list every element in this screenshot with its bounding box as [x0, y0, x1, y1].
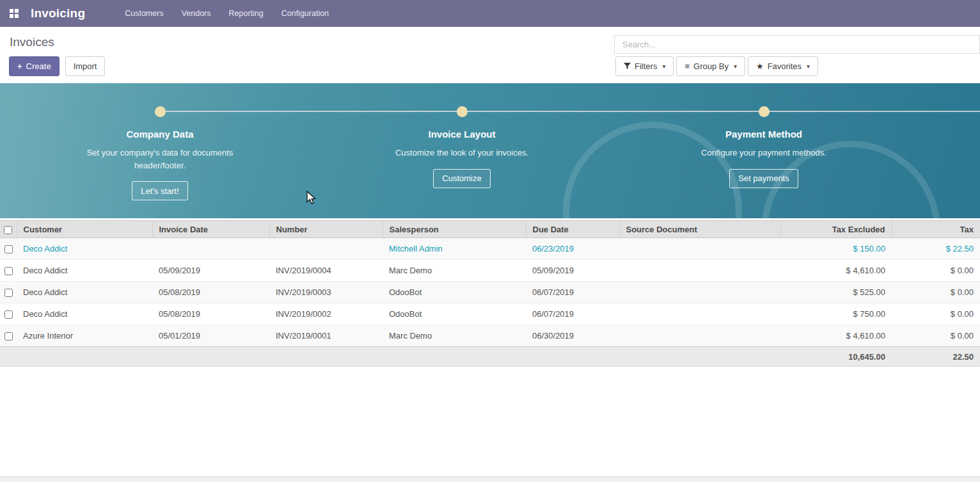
- cell-number[interactable]: INV/2019/0004: [269, 260, 383, 282]
- table-row[interactable]: Deco Addict 05/09/2019 INV/2019/0004 Mar…: [0, 260, 980, 282]
- cell-tax-excluded[interactable]: $ 4,610.00: [780, 325, 892, 347]
- step-dot: [759, 106, 770, 117]
- row-checkbox[interactable]: [4, 310, 13, 319]
- row-checkbox[interactable]: [4, 332, 13, 341]
- cell-number[interactable]: [269, 238, 383, 260]
- cell-invoice-date[interactable]: 05/01/2019: [152, 325, 269, 347]
- cell-tax-excluded[interactable]: $ 525.00: [780, 282, 892, 303]
- cell-customer[interactable]: Deco Addict: [17, 238, 152, 260]
- cell-source-document[interactable]: [619, 325, 780, 347]
- create-button[interactable]: + Create: [9, 56, 59, 76]
- app-name[interactable]: Invoicing: [31, 6, 85, 20]
- cell-number[interactable]: INV/2019/0002: [269, 303, 383, 325]
- cell-customer[interactable]: Azure Interior: [17, 325, 152, 347]
- filter-icon: [624, 63, 631, 70]
- cell-number[interactable]: INV/2019/0003: [269, 282, 383, 303]
- cell-tax[interactable]: $ 22.50: [892, 238, 980, 260]
- table-row[interactable]: Deco Addict 05/08/2019 INV/2019/0003 Odo…: [0, 282, 980, 303]
- cell-invoice-date[interactable]: 05/08/2019: [152, 282, 269, 303]
- cell-customer[interactable]: Deco Addict: [17, 260, 152, 282]
- caret-down-icon: ▾: [662, 63, 665, 70]
- step-dot: [155, 106, 166, 117]
- cell-salesperson[interactable]: Marc Demo: [383, 325, 526, 347]
- group-by-button[interactable]: ≡ Group By ▾: [676, 56, 745, 76]
- cell-due-date[interactable]: 06/07/2019: [526, 282, 619, 303]
- record-action-buttons: + Create Import: [9, 56, 105, 76]
- cell-due-date[interactable]: 06/23/2019: [526, 238, 619, 260]
- apps-grid-icon[interactable]: [9, 8, 19, 19]
- cell-source-document[interactable]: [619, 282, 780, 303]
- customize-button[interactable]: Customize: [433, 169, 490, 188]
- filters-button[interactable]: Filters ▾: [615, 56, 674, 76]
- nav-item-customers[interactable]: Customers: [116, 0, 172, 27]
- cell-salesperson[interactable]: OdooBot: [383, 282, 526, 303]
- nav-item-reporting[interactable]: Reporting: [220, 0, 273, 27]
- cell-invoice-date[interactable]: [152, 238, 269, 260]
- set-payments-button[interactable]: Set payments: [729, 169, 798, 188]
- button-row: + Create Import Filters ▾ ≡ Group By: [9, 56, 980, 77]
- table-row[interactable]: Azure Interior 05/01/2019 INV/2019/0001 …: [0, 325, 980, 347]
- row-checkbox[interactable]: [4, 267, 13, 275]
- total-tax: 22.50: [892, 347, 980, 367]
- bottom-scrollbar-track[interactable]: [0, 476, 980, 482]
- cell-tax[interactable]: $ 0.00: [892, 303, 980, 325]
- nav-item-vendors[interactable]: Vendors: [173, 0, 220, 27]
- onboarding-step-payment-method: Payment Method Configure your payment me…: [613, 83, 915, 200]
- import-button[interactable]: Import: [65, 56, 106, 76]
- step-title: Invoice Layout: [311, 129, 613, 140]
- cell-source-document[interactable]: [619, 260, 780, 282]
- row-checkbox[interactable]: [4, 245, 13, 253]
- cell-tax-excluded[interactable]: $ 150.00: [780, 238, 892, 260]
- column-header-number[interactable]: Number: [269, 221, 383, 238]
- top-navbar: Invoicing Customers Vendors Reporting Co…: [0, 0, 980, 27]
- page-title: Invoices: [10, 35, 54, 49]
- cell-invoice-date[interactable]: 05/09/2019: [152, 260, 269, 282]
- column-header-due-date[interactable]: Due Date: [526, 221, 619, 238]
- cell-tax[interactable]: $ 0.00: [892, 325, 980, 347]
- plus-icon: +: [17, 61, 22, 71]
- cell-salesperson[interactable]: OdooBot: [383, 303, 526, 325]
- column-header-tax-excluded[interactable]: Tax Excluded: [780, 221, 892, 238]
- cell-customer[interactable]: Deco Addict: [17, 282, 152, 303]
- onboarding-step-company-data: Company Data Set your company's data for…: [9, 83, 311, 200]
- cell-due-date[interactable]: 06/30/2019: [526, 325, 619, 347]
- column-header-customer[interactable]: Customer: [17, 221, 152, 238]
- table-row[interactable]: Deco Addict Mitchell Admin 06/23/2019 $ …: [0, 238, 980, 260]
- cell-source-document[interactable]: [619, 238, 780, 260]
- step-title: Company Data: [9, 129, 311, 140]
- column-header-invoice-date[interactable]: Invoice Date: [152, 221, 269, 238]
- select-all-checkbox[interactable]: [4, 226, 12, 234]
- favorites-button[interactable]: ★ Favorites ▾: [748, 56, 818, 76]
- cell-tax-excluded[interactable]: $ 4,610.00: [780, 260, 892, 282]
- cell-due-date[interactable]: 06/07/2019: [526, 303, 619, 325]
- column-header-salesperson[interactable]: Salesperson: [383, 221, 526, 238]
- cell-customer[interactable]: Deco Addict: [17, 303, 152, 325]
- cell-tax[interactable]: $ 0.00: [892, 282, 980, 303]
- column-header-tax[interactable]: Tax: [892, 221, 980, 238]
- row-checkbox-cell: [0, 325, 17, 347]
- favorites-button-label: Favorites: [768, 61, 802, 71]
- row-checkbox-cell: [0, 303, 17, 325]
- onboarding-steps: Company Data Set your company's data for…: [9, 83, 915, 200]
- cell-tax-excluded[interactable]: $ 750.00: [780, 303, 892, 325]
- row-checkbox[interactable]: [4, 289, 13, 297]
- step-description: Configure your payment methods.: [688, 147, 840, 159]
- cell-salesperson[interactable]: Marc Demo: [383, 260, 526, 282]
- column-header-source-document[interactable]: Source Document: [619, 221, 780, 238]
- caret-down-icon: ▾: [734, 63, 737, 70]
- group-by-icon: ≡: [684, 61, 690, 71]
- cell-invoice-date[interactable]: 05/08/2019: [152, 303, 269, 325]
- cell-source-document[interactable]: [619, 303, 780, 325]
- lets-start-button[interactable]: Let's start!: [132, 181, 188, 200]
- totals-empty-cell: [619, 347, 780, 367]
- row-checkbox-cell: [0, 282, 17, 303]
- cell-number[interactable]: INV/2019/0001: [269, 325, 383, 347]
- cell-due-date[interactable]: 05/09/2019: [526, 260, 619, 282]
- nav-item-configuration[interactable]: Configuration: [273, 0, 338, 27]
- total-tax-excluded: 10,645.00: [780, 347, 892, 367]
- search-input[interactable]: [621, 39, 973, 50]
- import-button-label: Import: [74, 61, 97, 71]
- cell-salesperson[interactable]: Mitchell Admin: [383, 238, 526, 260]
- table-row[interactable]: Deco Addict 05/08/2019 INV/2019/0002 Odo…: [0, 303, 980, 325]
- cell-tax[interactable]: $ 0.00: [892, 260, 980, 282]
